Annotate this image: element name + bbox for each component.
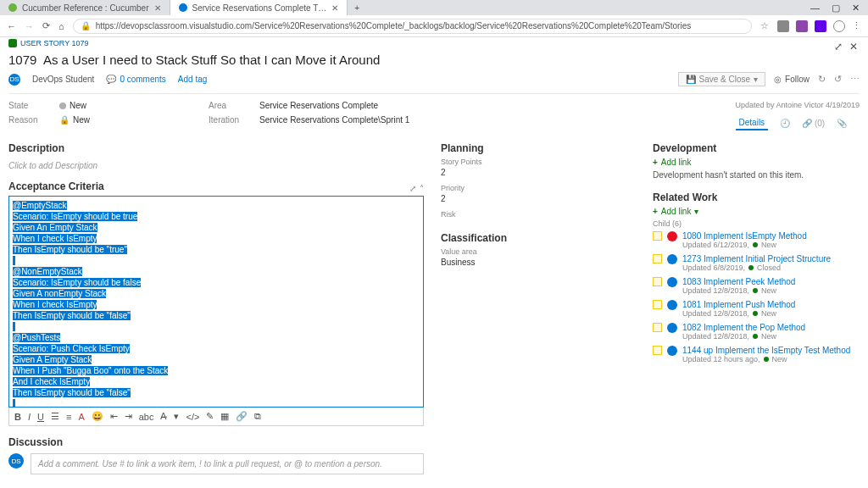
- attachments-icon[interactable]: 📎: [837, 119, 847, 128]
- profile-icon[interactable]: [833, 20, 845, 32]
- development-title: Development: [653, 142, 860, 154]
- acceptance-criteria-title: Acceptance Criteria: [8, 180, 104, 192]
- iteration-label: Iteration: [209, 115, 242, 125]
- status-badge-icon: [667, 323, 677, 333]
- forward-icon[interactable]: →: [25, 21, 34, 31]
- comment-input[interactable]: Add a comment. Use # to link a work item…: [31, 453, 424, 474]
- comments-link[interactable]: 💬 0 comments: [106, 75, 165, 84]
- priority-value[interactable]: 2: [441, 194, 636, 203]
- extension-icon[interactable]: [796, 20, 808, 32]
- strike-icon[interactable]: abc: [139, 412, 154, 422]
- maximize-icon[interactable]: ▢: [832, 3, 840, 14]
- workitem-icon: [653, 346, 662, 355]
- related-work-title: Related Work: [653, 191, 860, 203]
- tab-details[interactable]: Details: [736, 116, 769, 130]
- workitem-icon: [653, 300, 662, 309]
- meta-row: DS DevOps Student 💬 0 comments Add tag 💾…: [8, 72, 860, 94]
- area-label: Area: [209, 101, 242, 110]
- new-tab-button[interactable]: +: [348, 0, 366, 15]
- history-icon[interactable]: 🕘: [780, 119, 790, 128]
- add-dev-link[interactable]: +Add link: [653, 158, 860, 167]
- related-item[interactable]: 1082 Implement the Pop Method Updated 12…: [653, 323, 860, 341]
- home-icon[interactable]: ⌂: [58, 21, 64, 31]
- attach-icon[interactable]: ⧉: [254, 411, 261, 422]
- related-item-title: 1273 Implement Initial Project Structure: [682, 254, 831, 263]
- chevron-down-icon: ▾: [754, 75, 758, 84]
- star-icon[interactable]: ☆: [760, 20, 769, 31]
- related-item[interactable]: 1080 Implement IsEmpty Method Updated 6/…: [653, 231, 860, 249]
- related-item-meta: Updated 12/8/2018, New: [682, 286, 795, 295]
- planning-title: Planning: [441, 142, 636, 154]
- browser-tabstrip: Cucumber Reference : Cucumber ✕ Service …: [0, 0, 868, 15]
- indent-icon[interactable]: ⇤: [110, 411, 118, 422]
- close-panel-icon[interactable]: ✕: [849, 41, 858, 53]
- format-paint-icon[interactable]: ✎: [206, 411, 214, 422]
- code-icon[interactable]: </>: [186, 412, 199, 422]
- follow-button[interactable]: ◎ Follow: [774, 75, 810, 84]
- add-tag-button[interactable]: Add tag: [178, 75, 207, 84]
- reason-value[interactable]: 🔒New: [59, 115, 90, 125]
- bullet-list-icon[interactable]: ☰: [51, 411, 59, 422]
- related-item-meta: Updated 6/8/2019, Closed: [682, 263, 831, 272]
- description-field[interactable]: Click to add Description: [8, 158, 424, 180]
- expand-icon[interactable]: ⤢: [834, 41, 843, 53]
- related-item[interactable]: 1144 up Implement the IsEmpty Test Metho…: [653, 346, 860, 363]
- menu-icon[interactable]: ⋮: [852, 20, 861, 31]
- close-tab-icon[interactable]: ✕: [154, 3, 161, 13]
- avatar[interactable]: DS: [8, 74, 20, 86]
- clear-format-icon[interactable]: A̶: [160, 411, 167, 422]
- value-area-value[interactable]: Business: [441, 258, 636, 267]
- extension-icon[interactable]: [815, 20, 826, 32]
- minimize-icon[interactable]: —: [810, 3, 820, 14]
- bold-icon[interactable]: B: [14, 412, 21, 422]
- description-title: Description: [8, 142, 424, 154]
- favicon-icon: [179, 3, 187, 12]
- address-bar: ← → ⟳ ⌂ 🔒 https://devopsclassroom.visual…: [0, 15, 868, 37]
- url-input[interactable]: 🔒 https://devopsclassroom.visualstudio.c…: [73, 19, 752, 34]
- emoji-icon[interactable]: 😀: [92, 411, 103, 422]
- refresh-icon[interactable]: ↻: [818, 74, 826, 85]
- area-value[interactable]: Service Reservations Complete: [259, 101, 378, 110]
- reason-label: Reason: [8, 115, 42, 125]
- number-list-icon[interactable]: ≡: [66, 412, 71, 422]
- related-item[interactable]: 1273 Implement Initial Project Structure…: [653, 254, 860, 272]
- chevron-up-icon[interactable]: ˄: [420, 184, 424, 193]
- outdent-icon[interactable]: ⇥: [125, 411, 132, 422]
- table-icon[interactable]: ▦: [220, 411, 229, 422]
- browser-tab[interactable]: Cucumber Reference : Cucumber ✕: [0, 0, 170, 15]
- links-icon[interactable]: 🔗 (0): [802, 119, 825, 128]
- related-item[interactable]: 1081 Implement Push Method Updated 12/8/…: [653, 300, 860, 318]
- value-area-label: Value area: [441, 247, 636, 256]
- underline-icon[interactable]: U: [37, 412, 44, 422]
- close-tab-icon[interactable]: ✕: [331, 3, 338, 13]
- browser-tab-active[interactable]: Service Reservations Complete T… ✕: [170, 0, 348, 15]
- iteration-value[interactable]: Service Reservations Complete\Sprint 1: [259, 115, 409, 125]
- more-actions-icon[interactable]: ⋯: [850, 74, 860, 85]
- back-icon[interactable]: ←: [7, 21, 16, 31]
- acceptance-criteria-editor[interactable]: @EmptyStackScenario: IsEmpty should be t…: [8, 196, 424, 408]
- expand-editor-icon[interactable]: ⤢: [409, 184, 416, 193]
- revert-icon[interactable]: ↺: [834, 74, 842, 85]
- reload-icon[interactable]: ⟳: [42, 20, 50, 31]
- url-text: https://devopsclassroom.visualstudio.com…: [96, 21, 692, 30]
- related-item-meta: Updated 12 hours ago, New: [682, 355, 850, 363]
- child-count: Child (6): [653, 219, 860, 228]
- status-badge-icon: [667, 277, 677, 287]
- add-related-link[interactable]: +Add link ▾: [653, 207, 860, 216]
- breadcrumb-text: USER STORY 1079: [20, 39, 89, 47]
- priority-label: Priority: [441, 184, 636, 192]
- related-item-meta: Updated 12/8/2018, New: [682, 332, 805, 341]
- italic-icon[interactable]: I: [28, 412, 31, 422]
- chevron-down-icon[interactable]: ▾: [174, 411, 179, 422]
- save-close-button[interactable]: 💾 Save & Close ▾: [678, 72, 766, 86]
- state-value[interactable]: New: [59, 101, 86, 110]
- breadcrumb[interactable]: USER STORY 1079: [8, 37, 860, 49]
- close-icon[interactable]: ✕: [852, 3, 860, 14]
- link-icon[interactable]: 🔗: [236, 411, 248, 422]
- page-title[interactable]: 1079 As a User I need to Stack Stuff So …: [8, 53, 380, 67]
- related-item[interactable]: 1083 Implement Peek Method Updated 12/8/…: [653, 277, 860, 295]
- extension-icon[interactable]: [777, 20, 789, 32]
- assignee[interactable]: DevOps Student: [32, 75, 94, 84]
- font-color-icon[interactable]: A: [78, 412, 84, 422]
- story-points-value[interactable]: 2: [441, 168, 636, 177]
